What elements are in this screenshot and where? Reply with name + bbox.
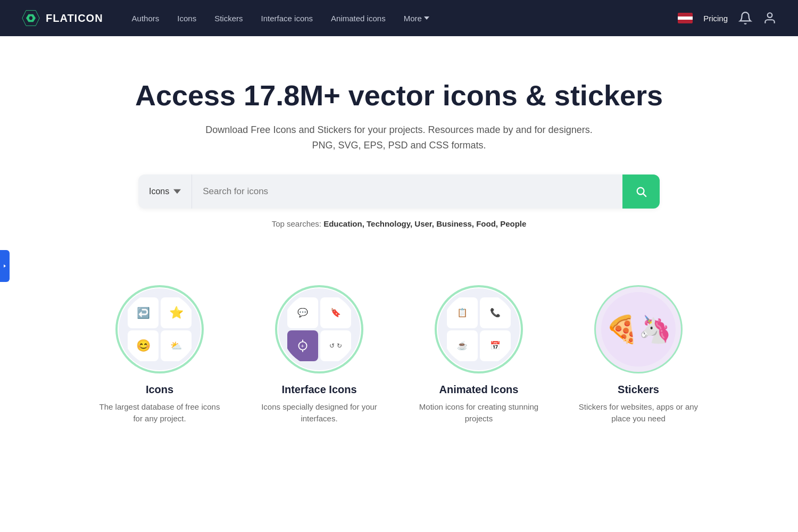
- nav-right: Pricing: [678, 11, 777, 25]
- categories-section: ↩️ ⭐ 😊 ⛅ Icons The largest database of f…: [0, 255, 798, 446]
- category-animated-image: 📋 📞 ☕ 📅: [436, 287, 521, 372]
- category-interface-image: 💬 🔖 + ↺ ↻: [277, 287, 362, 372]
- category-stickers[interactable]: 🍕🦄 Stickers Stickers for websites, apps …: [575, 287, 702, 425]
- nav-interface-icons[interactable]: Interface icons: [254, 10, 321, 27]
- category-animated-title: Animated Icons: [415, 384, 543, 396]
- search-button[interactable]: [622, 174, 660, 209]
- category-stickers-desc: Stickers for websites, apps or any place…: [575, 401, 702, 425]
- top-searches: Top searches: Education, Technology, Use…: [21, 219, 777, 228]
- nav-icons[interactable]: Icons: [170, 10, 204, 27]
- category-icons-image: ↩️ ⭐ 😊 ⛅: [117, 287, 202, 372]
- nav-stickers[interactable]: Stickers: [207, 10, 250, 27]
- category-icons-title: Icons: [96, 384, 223, 396]
- pricing-link[interactable]: Pricing: [703, 14, 728, 23]
- nav-more[interactable]: More: [396, 10, 437, 27]
- language-flag[interactable]: [678, 13, 693, 23]
- category-stickers-title: Stickers: [575, 384, 702, 396]
- hero-subtitle: Download Free Icons and Stickers for you…: [21, 122, 777, 153]
- svg-marker-0: [4, 264, 6, 268]
- search-bar: Icons: [138, 174, 660, 209]
- logo-text: FLATICON: [46, 12, 103, 24]
- category-interface-title: Interface Icons: [255, 384, 383, 396]
- category-stickers-image: 🍕🦄: [596, 287, 681, 372]
- category-icons-desc: The largest database of free icons for a…: [96, 401, 223, 425]
- category-interface[interactable]: 💬 🔖 + ↺ ↻ Interface Icons Icons speciall…: [255, 287, 383, 425]
- logo[interactable]: FLATICON: [21, 9, 103, 28]
- svg-text:+: +: [301, 342, 304, 348]
- category-animated-desc: Motion icons for creating stunning proje…: [415, 401, 543, 425]
- category-icons[interactable]: ↩️ ⭐ 😊 ⛅ Icons The largest database of f…: [96, 287, 223, 425]
- search-type-selector[interactable]: Icons: [138, 174, 192, 209]
- nav-authors[interactable]: Authors: [124, 10, 167, 27]
- sidebar-toggle[interactable]: [0, 250, 10, 282]
- category-animated[interactable]: 📋 📞 ☕ 📅 Animated Icons Motion icons for …: [415, 287, 543, 425]
- nav-links: Authors Icons Stickers Interface icons A…: [124, 10, 678, 27]
- svg-point-4: [768, 13, 772, 18]
- hero-title: Access 17.8M+ vector icons & stickers: [21, 79, 777, 112]
- navbar: FLATICON Authors Icons Stickers Interfac…: [0, 0, 798, 36]
- nav-animated-icons[interactable]: Animated icons: [323, 10, 393, 27]
- hero-section: Access 17.8M+ vector icons & stickers Do…: [0, 36, 798, 255]
- svg-line-6: [643, 194, 646, 196]
- category-interface-desc: Icons specially designed for your interf…: [255, 401, 383, 425]
- notification-bell-icon[interactable]: [738, 11, 752, 25]
- search-input[interactable]: [192, 174, 622, 209]
- user-profile-icon[interactable]: [763, 11, 777, 25]
